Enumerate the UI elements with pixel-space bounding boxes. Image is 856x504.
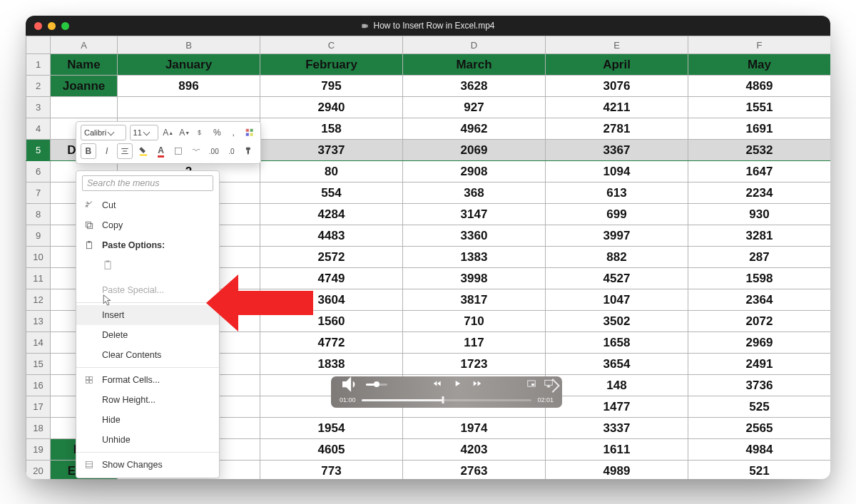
data-cell[interactable]: 3997 [546, 225, 688, 247]
row-header[interactable]: 14 [26, 332, 51, 354]
pip-button[interactable] [526, 379, 536, 391]
menu-search-input[interactable]: Search the menus [82, 175, 213, 191]
col-header-B[interactable]: B [118, 36, 260, 54]
menu-hide[interactable]: Hide [76, 410, 219, 430]
menu-show-changes[interactable]: Show Changes [76, 455, 219, 475]
data-cell[interactable]: 3147 [403, 204, 546, 225]
header-cell[interactable]: Name [51, 54, 118, 76]
name-cell[interactable] [51, 97, 118, 118]
menu-paste-options-sub[interactable] [76, 255, 219, 280]
data-cell[interactable]: 2491 [688, 354, 831, 375]
data-cell[interactable]: 80 [260, 161, 403, 182]
col-header-A[interactable]: A [51, 36, 118, 54]
data-cell[interactable]: 4483 [260, 225, 403, 247]
menu-format-cells[interactable]: Format Cells... [76, 370, 219, 390]
rewind-button[interactable] [432, 379, 442, 391]
data-cell[interactable]: 3628 [403, 76, 546, 97]
data-cell[interactable]: 773 [260, 461, 403, 480]
increase-decimal-icon[interactable]: .00 [207, 144, 221, 158]
menu-clear-contents[interactable]: Clear Contents [76, 345, 219, 365]
data-cell[interactable]: 2072 [688, 311, 831, 332]
zoom-window-button[interactable] [61, 22, 69, 30]
data-cell[interactable]: 2565 [688, 418, 831, 439]
data-cell[interactable]: 4203 [403, 439, 546, 461]
data-cell[interactable]: 882 [546, 247, 688, 268]
data-cell[interactable]: 1838 [260, 354, 403, 375]
row-header[interactable]: 17 [26, 396, 51, 418]
comma-format-icon[interactable]: , [227, 125, 240, 140]
data-cell[interactable]: 2532 [688, 140, 831, 161]
minimize-window-button[interactable] [48, 22, 56, 30]
row-header[interactable]: 20 [26, 461, 51, 480]
row-header[interactable]: 19 [26, 439, 51, 461]
data-cell[interactable]: 3502 [546, 311, 688, 332]
row-header-1[interactable]: 1 [26, 54, 51, 76]
merge-center-button[interactable] [189, 144, 203, 158]
italic-button[interactable]: I [100, 144, 114, 158]
row-header[interactable]: 2 [26, 76, 51, 97]
data-cell[interactable]: 117 [403, 332, 546, 354]
data-cell[interactable]: 2572 [260, 247, 403, 268]
row-header[interactable]: 12 [26, 289, 51, 311]
data-cell[interactable]: 2364 [688, 289, 831, 311]
select-all-corner[interactable] [26, 36, 51, 54]
row-header[interactable]: 4 [26, 118, 51, 140]
data-cell[interactable]: 1383 [403, 247, 546, 268]
data-cell[interactable]: 554 [260, 182, 403, 204]
borders-button[interactable] [172, 144, 186, 158]
data-cell[interactable]: 1691 [688, 118, 831, 140]
data-cell[interactable]: 148 [546, 375, 688, 396]
data-cell[interactable]: 2763 [403, 461, 546, 480]
data-cell[interactable]: 1611 [546, 439, 688, 461]
data-cell[interactable]: 2781 [546, 118, 688, 140]
data-cell[interactable]: 2969 [688, 332, 831, 354]
data-cell[interactable]: 1551 [688, 97, 831, 118]
data-cell[interactable]: 4989 [546, 461, 688, 480]
accounting-format-icon[interactable]: $ [195, 125, 208, 140]
data-cell[interactable]: 3281 [688, 225, 831, 247]
row-header[interactable]: 10 [26, 247, 51, 268]
data-cell[interactable]: 1723 [403, 354, 546, 375]
data-cell[interactable]: 1047 [546, 289, 688, 311]
col-header-F[interactable]: F [688, 36, 831, 54]
conditional-format-icon[interactable] [243, 125, 256, 140]
data-cell[interactable]: 896 [118, 76, 260, 97]
header-cell[interactable]: January [118, 54, 260, 76]
data-cell[interactable]: 4284 [260, 204, 403, 225]
data-cell[interactable]: 1974 [403, 418, 546, 439]
data-cell[interactable]: 2069 [403, 140, 546, 161]
fill-color-button[interactable] [136, 144, 151, 158]
decrease-decimal-icon[interactable]: .0 [225, 144, 239, 158]
data-cell[interactable]: 4211 [546, 97, 688, 118]
data-cell[interactable]: 1954 [260, 418, 403, 439]
data-cell[interactable]: 3367 [546, 140, 688, 161]
data-cell[interactable]: 710 [403, 311, 546, 332]
data-cell[interactable]: 3076 [546, 76, 688, 97]
name-cell[interactable]: Joanne [51, 76, 118, 97]
font-size-select[interactable]: 11 [130, 125, 158, 140]
row-header[interactable]: 13 [26, 311, 51, 332]
increase-font-icon[interactable]: A▲ [162, 125, 175, 140]
video-scrubber[interactable] [362, 399, 532, 401]
row-header[interactable]: 6 [26, 161, 51, 182]
forward-button[interactable] [472, 379, 482, 391]
data-cell[interactable]: 4869 [688, 76, 831, 97]
row-header[interactable]: 8 [26, 204, 51, 225]
menu-row-height[interactable]: Row Height... [76, 390, 219, 410]
row-header[interactable]: 18 [26, 418, 51, 439]
data-cell[interactable]: 2908 [403, 161, 546, 182]
header-cell[interactable]: March [403, 54, 546, 76]
font-color-button[interactable]: A [154, 144, 168, 158]
data-cell[interactable]: 3998 [403, 268, 546, 289]
font-family-select[interactable]: Calibri [81, 125, 126, 140]
decrease-font-icon[interactable]: A▼ [178, 125, 191, 140]
data-cell[interactable]: 3337 [546, 418, 688, 439]
menu-copy[interactable]: Copy [76, 215, 219, 235]
data-cell[interactable]: 1477 [546, 396, 688, 418]
row-header[interactable]: 9 [26, 225, 51, 247]
data-cell[interactable]: 158 [260, 118, 403, 140]
data-cell[interactable]: 287 [688, 247, 831, 268]
data-cell[interactable]: 3817 [403, 289, 546, 311]
data-cell[interactable]: 521 [688, 461, 831, 480]
row-header[interactable]: 3 [26, 97, 51, 118]
